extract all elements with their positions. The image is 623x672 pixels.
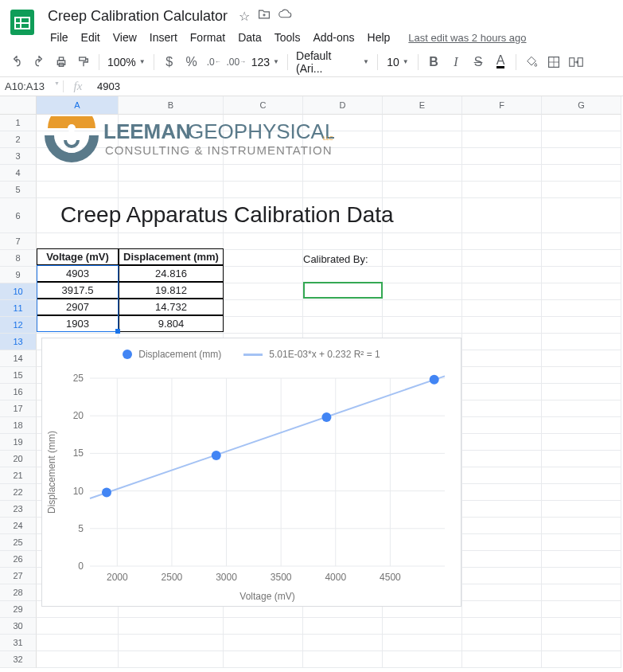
cell[interactable] [542,434,621,451]
row-header[interactable]: 27 [0,568,37,584]
cell[interactable] [462,283,542,300]
cell[interactable] [542,115,621,131]
table-row[interactable]: 19039.804 [37,315,224,332]
row-header[interactable]: 14 [0,350,37,367]
formula-input[interactable]: 4903 [92,80,125,92]
fill-color-button[interactable] [521,52,542,72]
cell[interactable] [462,534,542,551]
select-all-corner[interactable] [0,96,37,115]
menu-addons[interactable]: Add-ons [307,28,360,47]
row-header[interactable]: 19 [0,434,37,451]
cell[interactable] [542,400,621,417]
row-header[interactable]: 23 [0,501,37,518]
column-header-A[interactable]: A [37,96,119,115]
cell[interactable] [383,198,462,233]
cell[interactable] [303,635,383,651]
cell[interactable] [224,182,303,198]
cell[interactable] [383,618,462,635]
name-box[interactable]: A10:A13▼ [0,80,64,92]
column-header-C[interactable]: C [224,96,303,115]
last-edit-link[interactable]: Last edit was 2 hours ago [408,32,526,44]
cell[interactable] [542,618,621,635]
row-header[interactable]: 8 [0,250,37,267]
cell[interactable] [542,534,621,551]
cell[interactable] [542,198,621,233]
menu-view[interactable]: View [107,28,142,47]
cell[interactable] [462,182,542,198]
cell[interactable] [542,635,621,651]
cell[interactable] [383,131,462,148]
cell[interactable] [303,267,383,283]
column-header-B[interactable]: B [119,96,224,115]
table-row[interactable]: 290714.732 [37,299,224,315]
cell[interactable] [303,618,383,635]
row-header[interactable]: 25 [0,534,37,551]
cell[interactable] [224,317,303,334]
cell[interactable] [462,300,542,317]
fontsize-select[interactable]: 10▼ [383,56,413,68]
cell[interactable] [224,618,303,635]
text-color-button[interactable]: A [490,52,511,72]
cell[interactable] [462,334,542,350]
cell[interactable] [462,584,542,601]
cell[interactable] [462,367,542,384]
cell[interactable] [462,233,542,250]
cell[interactable] [383,148,462,165]
menu-tools[interactable]: Tools [269,28,306,47]
cell[interactable] [383,233,462,250]
row-header[interactable]: 1 [0,115,37,131]
cell[interactable] [542,568,621,584]
cell[interactable] [462,350,542,367]
cell[interactable] [542,165,621,182]
cell[interactable] [542,384,621,400]
row-header[interactable]: 10 [0,283,37,300]
cell[interactable] [303,233,383,250]
row-header[interactable]: 13 [0,334,37,350]
decrease-decimal-button[interactable]: .0← [204,52,224,72]
cell[interactable] [119,651,224,668]
row-header[interactable]: 7 [0,233,37,250]
cell[interactable] [462,131,542,148]
cell[interactable] [462,384,542,400]
cell[interactable] [462,417,542,434]
cell[interactable] [462,250,542,267]
cell[interactable] [542,300,621,317]
cell[interactable] [303,283,383,300]
cell[interactable] [462,467,542,484]
cell[interactable] [542,501,621,518]
menu-insert[interactable]: Insert [144,28,183,47]
merge-button[interactable] [566,52,586,72]
row-header[interactable]: 12 [0,317,37,334]
cell[interactable] [37,651,119,668]
column-header-G[interactable]: G [542,96,621,115]
cell[interactable] [462,165,542,182]
cell[interactable] [119,182,224,198]
cell[interactable] [119,618,224,635]
row-header[interactable]: 4 [0,165,37,182]
cell[interactable] [303,182,383,198]
row-header[interactable]: 32 [0,651,37,668]
cell[interactable] [462,267,542,283]
cells-area[interactable]: LEEMAN GEOPHYSICAL LLC CONSULTING & INST… [37,115,623,668]
cell[interactable] [383,317,462,334]
zoom-select[interactable]: 100%▼ [104,56,149,68]
cell[interactable] [462,501,542,518]
column-header-E[interactable]: E [383,96,462,115]
cell[interactable] [462,400,542,417]
cell[interactable] [542,367,621,384]
cell[interactable] [542,584,621,601]
row-header[interactable]: 31 [0,635,37,651]
font-select[interactable]: Default (Ari...▼ [293,49,372,75]
cell[interactable] [383,250,462,267]
row-header[interactable]: 28 [0,584,37,601]
cell[interactable] [462,618,542,635]
document-title[interactable]: Creep Calibration Calculator [45,6,231,26]
cell[interactable] [462,451,542,467]
cell[interactable] [37,233,119,250]
cell[interactable] [224,250,303,267]
cell[interactable] [542,484,621,501]
cell[interactable] [542,317,621,334]
cell[interactable] [542,131,621,148]
cell[interactable] [462,635,542,651]
cell[interactable] [383,300,462,317]
